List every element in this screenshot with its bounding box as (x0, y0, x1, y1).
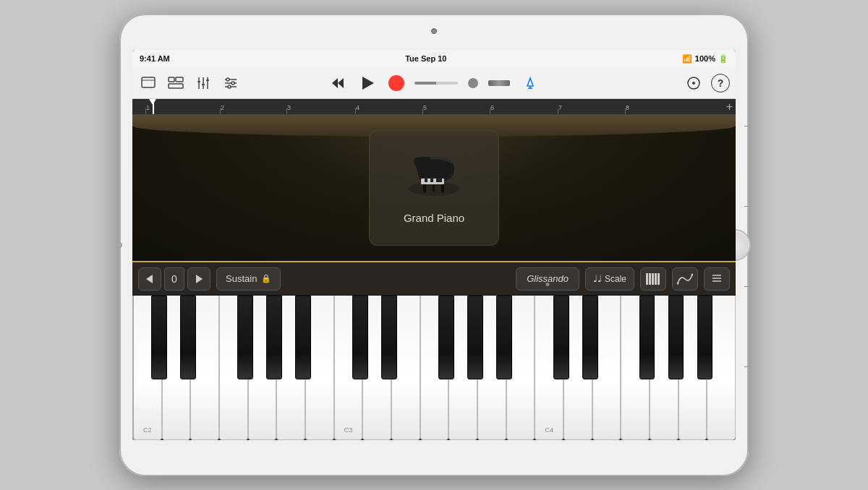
svg-point-24 (692, 82, 695, 85)
svg-point-14 (226, 78, 229, 81)
mixer-button[interactable] (193, 73, 213, 93)
timeline-mark-2: 2 (221, 104, 224, 111)
svg-rect-10 (206, 79, 209, 81)
timeline-mark-7: 7 (558, 104, 562, 111)
key-c2-label: C2 (143, 426, 152, 434)
svg-rect-37 (439, 179, 442, 182)
key-fs3[interactable] (438, 296, 454, 379)
new-track-button[interactable] (138, 73, 158, 93)
key-as3[interactable] (496, 296, 512, 379)
svg-rect-34 (425, 179, 427, 182)
piano-controls: 0 Sustain 🔒 Glissando ♩♩ Scale (132, 261, 736, 296)
sustain-button[interactable]: Sustain 🔒 (216, 267, 281, 291)
instrument-area: Grand Piano (132, 115, 736, 261)
svg-rect-39 (441, 184, 444, 193)
svg-marker-41 (146, 275, 153, 283)
key-gs2[interactable] (266, 296, 282, 379)
svg-rect-46 (655, 273, 657, 285)
octave-next-button[interactable] (187, 267, 210, 291)
svg-rect-43 (646, 273, 648, 285)
svg-rect-0 (142, 77, 155, 87)
connector-3 (744, 286, 750, 287)
key-as2[interactable] (295, 296, 311, 379)
key-as4[interactable] (697, 296, 713, 379)
timeline-mark-5: 5 (423, 104, 427, 111)
svg-marker-20 (527, 78, 533, 86)
key-ds4[interactable] (582, 296, 598, 379)
instrument-card[interactable]: Grand Piano (369, 130, 499, 246)
keyboard-area: C2 C3 C4 (132, 296, 736, 440)
glissando-button[interactable]: Glissando (516, 267, 579, 291)
svg-rect-38 (423, 184, 426, 193)
connector-2 (744, 206, 750, 207)
key-gs4[interactable] (668, 296, 684, 379)
tracks-button[interactable] (166, 73, 186, 93)
key-fs2[interactable] (237, 296, 253, 379)
song-settings-button[interactable] (684, 73, 704, 93)
status-date: Tue Sep 10 (405, 54, 446, 63)
play-button[interactable] (358, 73, 378, 93)
timeline-marks: 1 2 3 4 5 6 7 8 (135, 99, 733, 114)
rewind-button[interactable] (328, 73, 348, 93)
notes-button[interactable] (704, 267, 730, 291)
svg-rect-3 (176, 77, 183, 82)
status-time: 9:41 AM (140, 54, 170, 63)
record-button[interactable] (388, 75, 404, 91)
key-fs4[interactable] (639, 296, 655, 379)
svg-rect-8 (197, 81, 200, 82)
svg-marker-19 (362, 77, 374, 90)
help-button[interactable]: ? (711, 74, 730, 93)
key-ds2[interactable] (180, 296, 196, 379)
timeline-mark-3: 3 (287, 104, 291, 111)
grand-piano-icon (405, 152, 463, 203)
octave-control: 0 (138, 267, 210, 291)
key-cs4[interactable] (553, 296, 569, 379)
status-bar: 9:41 AM Tue Sep 10 📶 100% 🔋 (132, 50, 736, 67)
scale-button[interactable]: ♩♩ Scale (585, 267, 634, 291)
key-ds3[interactable] (381, 296, 397, 379)
toolbar: ? (132, 67, 736, 99)
timeline-mark-1: 1 (146, 104, 150, 111)
instrument-name[interactable]: Grand Piano (404, 212, 464, 224)
key-gs3[interactable] (467, 296, 483, 379)
sustain-label: Sustain (226, 273, 257, 284)
keyboard-view-button[interactable] (640, 267, 666, 291)
svg-rect-40 (433, 184, 435, 192)
volume-slider[interactable] (414, 82, 458, 85)
timeline-mark-6: 6 (490, 104, 494, 111)
svg-point-16 (228, 85, 231, 88)
key-cs2[interactable] (151, 296, 167, 379)
settings-button[interactable] (221, 73, 241, 93)
ipad-frame: 9:41 AM Tue Sep 10 📶 100% 🔋 (119, 14, 749, 476)
glissando-dot (546, 283, 550, 286)
timeline-mark-8: 8 (626, 104, 629, 111)
battery-label: 100% (695, 54, 715, 63)
ipad-screen: 9:41 AM Tue Sep 10 📶 100% 🔋 (132, 50, 736, 440)
pitch-slider[interactable] (488, 80, 510, 86)
volume-knob[interactable] (468, 78, 478, 88)
svg-rect-45 (652, 273, 654, 285)
key-cs3[interactable] (352, 296, 368, 379)
connector-1 (744, 126, 750, 126)
svg-point-15 (231, 82, 234, 85)
lock-icon: 🔒 (261, 274, 271, 283)
ipad-camera (431, 28, 437, 34)
connector-4 (744, 366, 750, 367)
timeline-ruler: 1 2 3 4 5 6 7 8 + (132, 99, 736, 115)
timeline-mark-4: 4 (356, 104, 359, 111)
playhead[interactable] (153, 99, 154, 114)
tempo-button[interactable] (520, 73, 540, 93)
battery-icon: 🔋 (718, 54, 728, 64)
svg-marker-42 (196, 275, 203, 283)
ipad-side-button[interactable] (116, 242, 122, 248)
octave-value: 0 (164, 267, 184, 291)
add-track-button[interactable]: + (726, 100, 733, 113)
svg-rect-4 (169, 84, 183, 88)
octave-prev-button[interactable] (138, 267, 161, 291)
scale-label: Scale (605, 274, 626, 284)
svg-rect-47 (658, 273, 660, 285)
svg-marker-17 (332, 78, 338, 88)
svg-rect-9 (202, 84, 205, 85)
note-icon: ♩♩ (593, 273, 602, 284)
arpeggio-button[interactable] (672, 267, 698, 291)
